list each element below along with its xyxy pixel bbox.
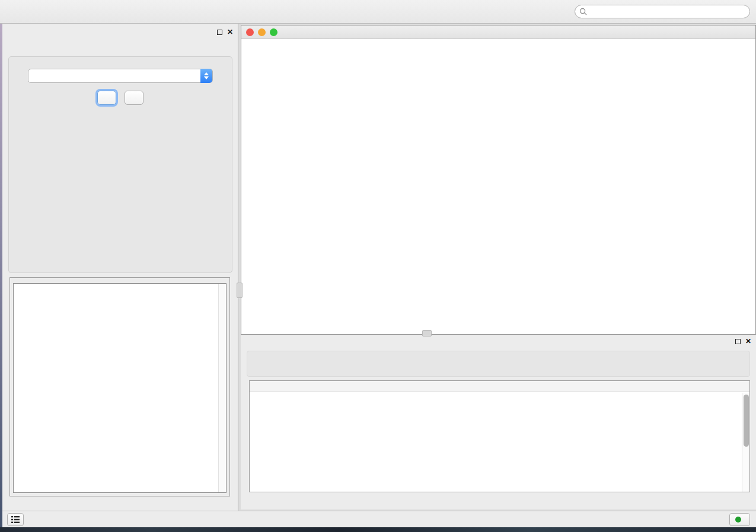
window-close-button[interactable] [246,28,254,36]
node-table [249,380,750,492]
control-panel-header: ✕ [2,24,238,41]
table-panel-header: ✕ [241,335,756,350]
status-menu-button[interactable] [7,513,24,526]
close-panel-button[interactable] [125,91,143,105]
search-input[interactable] [575,5,750,18]
table-scrollbar[interactable] [742,393,749,492]
criterion-select[interactable] [28,69,213,83]
network-window [241,25,756,335]
float-table-panel-icon[interactable] [735,339,741,344]
status-bar [2,511,756,527]
window-minimize-button[interactable] [258,28,266,36]
network-window-titlebar[interactable] [241,25,755,39]
run-mcds-button[interactable] [97,91,116,105]
select-stepper-icon [200,69,212,83]
memory-button[interactable] [729,513,750,526]
list-icon [11,516,20,523]
network-canvas[interactable] [241,39,755,334]
mcds-tab-content [8,56,232,273]
application-window: ✕ [0,0,756,532]
desktop-background-bottom [0,527,756,532]
table-toolbar [247,351,750,377]
main-toolbar [0,0,756,24]
close-panel-icon[interactable]: ✕ [227,29,233,35]
vertical-splitter-grip[interactable] [237,283,243,298]
control-panel: ✕ [2,24,238,511]
float-panel-icon[interactable] [217,30,222,35]
window-maximize-button[interactable] [270,28,277,36]
mcds-result-list [13,283,227,493]
close-table-panel-icon[interactable]: ✕ [745,338,751,344]
search-icon [579,8,587,15]
table-panel: ✕ [241,335,756,509]
search-box [575,5,750,18]
table-scrollbar-thumb[interactable] [744,395,749,447]
mcds-result-group [9,277,230,496]
memory-status-icon [735,517,741,523]
horizontal-splitter-grip[interactable] [422,330,432,336]
result-list-scrollbar[interactable] [218,284,226,492]
